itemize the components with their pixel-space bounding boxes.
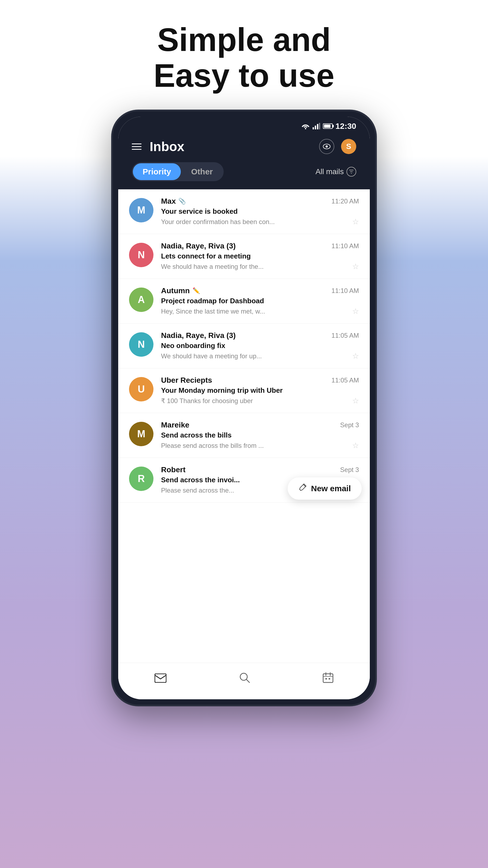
- sender-name: Uber Reciepts: [161, 376, 212, 384]
- bottom-nav: [118, 663, 370, 699]
- tab-other[interactable]: Other: [182, 163, 223, 180]
- status-icons: 12:30: [301, 122, 356, 131]
- svg-rect-8: [350, 172, 353, 172]
- sender-name: Nadia, Raye, Riva (3): [161, 242, 236, 250]
- star-icon[interactable]: ☆: [352, 396, 359, 405]
- mail-icon: [155, 673, 166, 685]
- phone-frame: 12:30 Inbox: [111, 110, 377, 706]
- email-subject: Neo onboarding fix: [161, 341, 359, 350]
- title-line2: Easy to use: [154, 58, 334, 93]
- search-icon: [239, 672, 250, 686]
- email-item[interactable]: U Uber Reciepts 11:05 AM Your Monday mor…: [118, 368, 370, 413]
- svg-line-13: [247, 680, 250, 682]
- email-time: 11:10 AM: [332, 287, 359, 294]
- sender-name: Autumn ✏️: [161, 286, 200, 295]
- email-preview: We should have a meeting for the...: [161, 263, 350, 271]
- title-line1: Simple and: [154, 22, 334, 58]
- avatar: N: [129, 243, 154, 267]
- filter-bar: Priority Other All mails: [118, 162, 370, 189]
- email-time: 11:20 AM: [332, 197, 359, 205]
- email-item[interactable]: A Autumn ✏️ 11:10 AM Project roadmap for…: [118, 279, 370, 323]
- svg-rect-19: [329, 678, 330, 680]
- email-preview: Please send across the bills from ...: [161, 442, 350, 450]
- avatar: N: [129, 332, 154, 357]
- calendar-icon: [323, 672, 333, 686]
- star-icon[interactable]: ☆: [352, 441, 359, 450]
- star-icon[interactable]: ☆: [352, 307, 359, 316]
- email-preview: Your order confirmation has been con...: [161, 218, 350, 226]
- battery-icon: [323, 123, 333, 129]
- email-preview: Hey, Since the last time we met, w...: [161, 308, 350, 315]
- email-list: M Max 📎 11:20 AM Your service is booked …: [118, 189, 370, 663]
- email-item[interactable]: M Mareike Sept 3 Send across the bills P…: [118, 413, 370, 458]
- signal-icon: [313, 123, 320, 129]
- svg-rect-7: [349, 170, 354, 170]
- email-subject: Send across the bills: [161, 431, 359, 439]
- email-preview: ₹ 100 Thanks for choosing uber: [161, 397, 350, 405]
- email-time: Sept 3: [340, 421, 359, 429]
- email-time: 11:10 AM: [332, 242, 359, 250]
- attachment-icon: 📎: [178, 198, 186, 205]
- inbox-title: Inbox: [150, 139, 184, 154]
- svg-rect-2: [315, 126, 316, 129]
- email-item[interactable]: R Robert Sept 3 Send across the invoi...…: [118, 458, 370, 503]
- email-subject: Your Monday morning trip with Uber: [161, 386, 359, 395]
- star-icon[interactable]: ☆: [352, 217, 359, 226]
- menu-button[interactable]: [132, 144, 141, 150]
- svg-rect-1: [313, 127, 314, 129]
- wifi-icon: [301, 123, 310, 129]
- svg-point-0: [305, 128, 306, 129]
- sender-name: Robert: [161, 465, 186, 474]
- email-time: 11:05 AM: [332, 332, 359, 339]
- sender-name: Mareike: [161, 421, 189, 429]
- nav-mail[interactable]: [147, 670, 174, 688]
- svg-rect-18: [325, 678, 327, 680]
- nav-calendar[interactable]: [315, 670, 341, 688]
- nav-search[interactable]: [231, 670, 258, 688]
- sender-name: Nadia, Raye, Riva (3): [161, 331, 236, 340]
- email-subject: Project roadmap for Dashboad: [161, 297, 359, 305]
- avatar: M: [129, 198, 154, 222]
- tab-priority[interactable]: Priority: [133, 163, 181, 180]
- email-time: Sept 3: [340, 466, 359, 474]
- email-item[interactable]: N Nadia, Raye, Riva (3) 11:10 AM Lets co…: [118, 234, 370, 279]
- filter-icon: [347, 167, 356, 177]
- svg-rect-4: [319, 123, 320, 129]
- svg-rect-14: [323, 674, 333, 682]
- email-preview: We should have a meeting for up...: [161, 352, 350, 360]
- email-subject: Your service is booked: [161, 207, 359, 216]
- avatar: M: [129, 422, 154, 446]
- user-avatar[interactable]: S: [341, 139, 356, 154]
- avatar: A: [129, 287, 154, 312]
- email-time: 11:05 AM: [332, 376, 359, 384]
- all-mails-button[interactable]: All mails: [316, 167, 356, 177]
- email-item[interactable]: N Nadia, Raye, Riva (3) 11:05 AM Neo onb…: [118, 323, 370, 368]
- svg-rect-9: [351, 173, 352, 174]
- email-item[interactable]: M Max 📎 11:20 AM Your service is booked …: [118, 189, 370, 234]
- fab-label: New email: [311, 484, 351, 493]
- sender-name: Max 📎: [161, 197, 186, 206]
- compose-icon: [298, 484, 306, 494]
- svg-point-6: [326, 145, 328, 148]
- svg-rect-3: [317, 124, 318, 129]
- avatar: U: [129, 377, 154, 401]
- edit-icon: ✏️: [193, 287, 200, 294]
- app-header: Inbox S: [118, 133, 370, 162]
- status-time: 12:30: [335, 122, 356, 131]
- email-subject: Lets connect for a meeting: [161, 252, 359, 260]
- status-bar: 12:30: [118, 117, 370, 133]
- phone-inner: 12:30 Inbox: [118, 117, 370, 699]
- svg-rect-11: [155, 674, 166, 682]
- avatar: R: [129, 467, 154, 491]
- star-icon[interactable]: ☆: [352, 351, 359, 361]
- page-title: Simple and Easy to use: [154, 0, 334, 110]
- eye-button[interactable]: [319, 139, 334, 154]
- tabs-container: Priority Other: [132, 162, 224, 181]
- star-icon[interactable]: ☆: [352, 262, 359, 271]
- new-email-fab[interactable]: New email: [288, 477, 362, 500]
